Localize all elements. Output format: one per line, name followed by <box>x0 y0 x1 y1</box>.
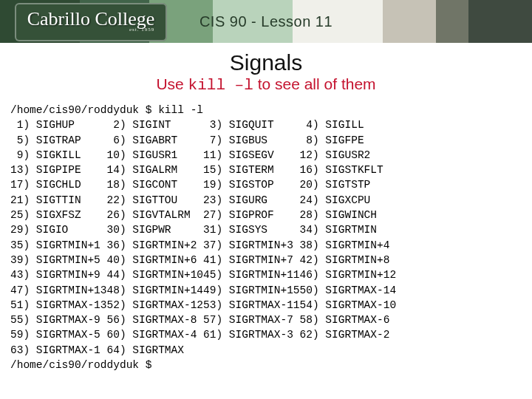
subtitle-command: kill –l <box>188 77 253 94</box>
logo: Cabrillo College est. 1959 <box>15 3 167 41</box>
page-subtitle: Use kill –l to see all of them <box>0 75 532 94</box>
page-title: Signals <box>0 50 532 75</box>
logo-text: Cabrillo College <box>27 12 155 27</box>
terminal-output: /home/cis90/roddyduk $ kill -l 1) SIGHUP… <box>10 103 532 372</box>
slide-header: Cabrillo College est. 1959 CIS 90 - Less… <box>0 0 532 43</box>
subtitle-pre: Use <box>156 75 188 92</box>
subtitle-post: to see all of them <box>253 75 376 92</box>
logo-subtext: est. 1959 <box>27 27 155 33</box>
